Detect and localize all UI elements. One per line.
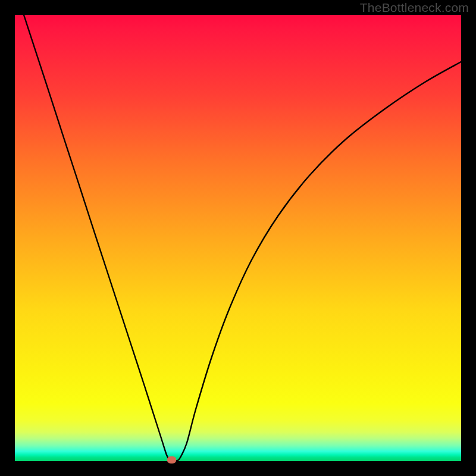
bottleneck-curve <box>24 15 461 461</box>
watermark-text: TheBottleneck.com <box>360 1 469 15</box>
curve-svg <box>15 15 461 461</box>
optimum-marker <box>167 456 176 464</box>
gradient-plot-area <box>15 15 461 461</box>
